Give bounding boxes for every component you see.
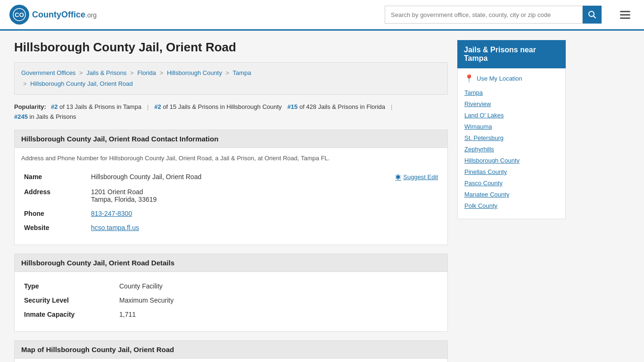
sidebar-title: Jails & Prisons near Tampa xyxy=(457,40,566,68)
sidebar-body: 📍 Use My Location Tampa Riverview Land O… xyxy=(457,68,566,219)
list-item: Pasco County xyxy=(464,179,559,187)
list-item: Zephyrhills xyxy=(464,145,559,153)
list-item: Hillsborough County xyxy=(464,156,559,164)
sidebar-link-st-petersburg[interactable]: St. Petersburg xyxy=(464,134,504,141)
search-input[interactable] xyxy=(385,6,583,24)
address-label: Address xyxy=(22,185,88,206)
suggest-edit-icon: ✱ xyxy=(395,173,401,181)
phone-link[interactable]: 813-247-8300 xyxy=(91,210,132,217)
list-item: Polk County xyxy=(464,202,559,209)
pop-item-2: #2 of 15 Jails & Prisons in Hillsborough… xyxy=(154,103,281,110)
page-title: Hillsborough County Jail, Orient Road xyxy=(14,40,448,55)
phone-value: 813-247-8300 xyxy=(89,207,440,220)
sidebar-link-manatee[interactable]: Manatee County xyxy=(464,191,509,198)
contact-info-table: Name Hillsborough County Jail, Orient Ro… xyxy=(21,169,441,235)
capacity-label: Inmate Capacity xyxy=(22,308,116,321)
contact-section-header: Hillsborough County Jail, Orient Road Co… xyxy=(14,130,448,148)
list-item: Land O' Lakes xyxy=(464,111,559,119)
search-area xyxy=(385,6,602,24)
capacity-value: 1,711 xyxy=(117,308,440,321)
website-value: hcso.tampa.fl.us xyxy=(89,221,440,234)
sidebar-link-land-o-lakes[interactable]: Land O' Lakes xyxy=(464,112,504,119)
list-item: Wimauma xyxy=(464,123,559,130)
list-item: Riverview xyxy=(464,100,559,107)
sidebar-link-wimauma[interactable]: Wimauma xyxy=(464,123,492,130)
breadcrumb-hillsborough[interactable]: Hillsborough County xyxy=(167,69,222,76)
logo-text: CountyOffice.org xyxy=(32,10,97,20)
main-container: Hillsborough County Jail, Orient Road Go… xyxy=(0,31,644,362)
type-label: Type xyxy=(22,280,116,293)
table-row: Phone 813-247-8300 xyxy=(22,207,440,220)
list-item: Pinellas County xyxy=(464,168,559,175)
table-row: Address 1201 Orient Road Tampa, Florida,… xyxy=(22,185,440,206)
sidebar-link-riverview[interactable]: Riverview xyxy=(464,100,491,107)
pop-item-3: #15 of 428 Jails & Prisons in Florida xyxy=(288,103,385,110)
sidebar-link-pasco[interactable]: Pasco County xyxy=(464,180,503,187)
name-label: Name xyxy=(22,170,88,184)
search-button[interactable] xyxy=(583,6,602,24)
pop-item-1: #2 of 13 Jails & Prisons in Tampa xyxy=(51,103,141,110)
site-header: CO CountyOffice.org xyxy=(0,0,644,31)
breadcrumb-tampa[interactable]: Tampa xyxy=(233,69,251,76)
svg-text:CO: CO xyxy=(15,11,24,18)
website-link[interactable]: hcso.tampa.fl.us xyxy=(91,224,139,231)
table-row: Security Level Maximum Security xyxy=(22,294,440,307)
contact-section-body: Address and Phone Number for Hillsboroug… xyxy=(14,148,448,245)
details-section-body: Type County Facility Security Level Maxi… xyxy=(14,272,448,332)
type-value: County Facility xyxy=(117,280,440,293)
security-label: Security Level xyxy=(22,294,116,307)
sidebar-link-polk[interactable]: Polk County xyxy=(464,202,497,209)
svg-line-3 xyxy=(594,16,596,18)
details-section-header: Hillsborough County Jail, Orient Road De… xyxy=(14,254,448,272)
logo-area: CO CountyOffice.org xyxy=(9,5,97,25)
sidebar-link-hillsborough[interactable]: Hillsborough County xyxy=(464,157,520,164)
contact-description: Address and Phone Number for Hillsboroug… xyxy=(21,155,441,162)
name-value: Hillsborough County Jail, Orient Road ✱ … xyxy=(89,170,440,184)
list-item: Manatee County xyxy=(464,190,559,198)
address-value: 1201 Orient Road Tampa, Florida, 33619 xyxy=(89,185,440,206)
list-item: St. Petersburg xyxy=(464,134,559,141)
table-row: Website hcso.tampa.fl.us xyxy=(22,221,440,234)
breadcrumb-florida[interactable]: Florida xyxy=(137,69,156,76)
popularity-bar: Popularity: #2 of 13 Jails & Prisons in … xyxy=(14,103,448,120)
security-value: Maximum Security xyxy=(117,294,440,307)
breadcrumb-jails[interactable]: Jails & Prisons xyxy=(86,69,126,76)
pop-item-4: #245 in Jails & Prisons xyxy=(14,113,76,120)
table-row: Name Hillsborough County Jail, Orient Ro… xyxy=(22,170,440,184)
map-section-header: Map of Hillsborough County Jail, Orient … xyxy=(14,340,448,359)
table-row: Inmate Capacity 1,711 xyxy=(22,308,440,321)
website-label: Website xyxy=(22,221,88,234)
menu-button[interactable] xyxy=(616,6,635,24)
use-my-location-link[interactable]: 📍 Use My Location xyxy=(464,74,559,83)
hamburger-icon xyxy=(620,11,630,19)
sidebar: Jails & Prisons near Tampa 📍 Use My Loca… xyxy=(457,40,566,362)
sidebar-link-tampa[interactable]: Tampa xyxy=(464,89,483,96)
map-section-body: View map of Hillsborough County Jail, Or… xyxy=(14,359,448,362)
breadcrumb-govt-offices[interactable]: Government Offices xyxy=(21,69,75,76)
breadcrumb: Government Offices > Jails & Prisons > F… xyxy=(14,62,448,95)
location-pin-icon: 📍 xyxy=(464,74,474,83)
sidebar-link-pinellas[interactable]: Pinellas County xyxy=(464,168,507,175)
table-row: Type County Facility xyxy=(22,280,440,293)
sidebar-link-zephyrhills[interactable]: Zephyrhills xyxy=(464,146,494,153)
suggest-edit-button[interactable]: ✱ Suggest Edit xyxy=(395,173,438,181)
details-table: Type County Facility Security Level Maxi… xyxy=(21,279,441,322)
phone-label: Phone xyxy=(22,207,88,220)
logo-icon: CO xyxy=(9,5,29,25)
content-area: Hillsborough County Jail, Orient Road Go… xyxy=(14,40,448,362)
sidebar-links-list: Tampa Riverview Land O' Lakes Wimauma St… xyxy=(464,89,559,209)
breadcrumb-current[interactable]: Hillsborough County Jail, Orient Road xyxy=(30,80,133,87)
list-item: Tampa xyxy=(464,89,559,96)
